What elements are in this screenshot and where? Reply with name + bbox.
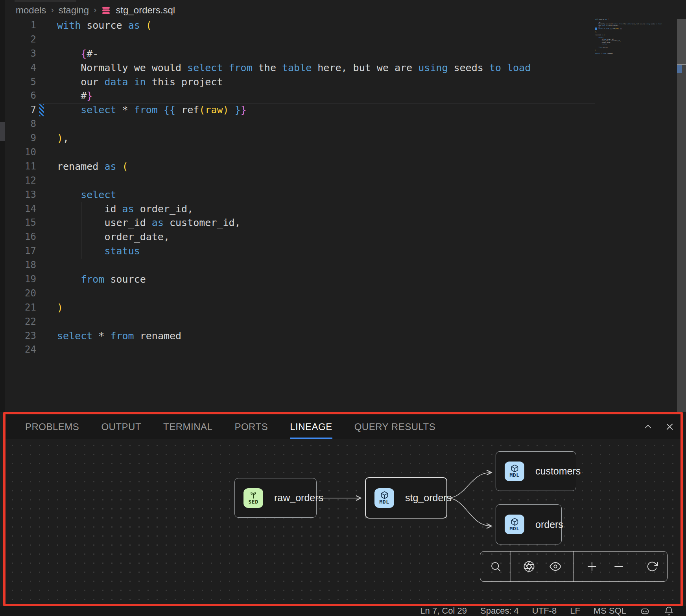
tab-terminal[interactable]: TERMINAL	[163, 414, 212, 439]
tab-ports[interactable]: PORTS	[234, 414, 268, 439]
tab-output[interactable]: OUTPUT	[101, 414, 141, 439]
code-line-21[interactable]: 21)	[5, 301, 595, 315]
line-number: 9	[5, 131, 36, 145]
minus-icon	[613, 561, 625, 572]
code-line-4[interactable]: 4 Normally we would select from the tabl…	[5, 61, 595, 75]
overview-ruler-modified-mark	[677, 65, 682, 73]
code-line-24[interactable]: 24	[5, 343, 595, 357]
node-label: orders	[535, 519, 563, 530]
editor-scrollbar[interactable]	[677, 19, 686, 412]
code-text: {#-	[57, 47, 98, 61]
tab-query-results[interactable]: QUERY RESULTS	[354, 414, 436, 439]
breadcrumb-item-models[interactable]: models	[16, 5, 46, 16]
breadcrumb[interactable]: models › staging › stg_orders.sql	[16, 3, 175, 17]
toolbar-group	[637, 552, 667, 581]
code-line-11[interactable]: 11renamed as (	[5, 160, 595, 174]
plus-icon	[586, 561, 598, 572]
code-line-23[interactable]: 23select * from renamed	[5, 329, 595, 343]
status-item[interactable]: Ln 7, Col 29	[420, 606, 467, 616]
tab-bar-sliver	[15, 0, 76, 2]
lineage-node-stg_orders[interactable]: MDLstg_orders	[365, 477, 447, 519]
aperture-button[interactable]	[520, 558, 538, 575]
minimap-modified-marker	[595, 28, 597, 30]
breadcrumb-separator-icon: ›	[94, 5, 96, 15]
eye-button[interactable]	[547, 558, 564, 575]
chevron-up-icon[interactable]	[643, 421, 653, 432]
node-label: raw_orders	[274, 492, 323, 504]
minus-button[interactable]	[610, 558, 627, 575]
code-editor[interactable]: 1with source as (23 {#-4 Normally we wou…	[5, 18, 595, 357]
seedling-icon	[249, 491, 258, 499]
code-line-16[interactable]: 16 order_date,	[5, 230, 595, 244]
code-text: ),	[57, 131, 69, 145]
node-badge: MDL	[505, 462, 524, 481]
left-edge-scroll-block	[0, 122, 5, 141]
close-icon[interactable]	[664, 421, 675, 432]
refresh-icon	[646, 561, 658, 572]
breadcrumb-item-staging[interactable]: staging	[59, 5, 89, 16]
vscode-window: models › staging › stg_orders.sql 1with …	[0, 0, 686, 616]
cube-icon	[511, 518, 519, 526]
code-line-3[interactable]: 3 {#-	[5, 47, 595, 61]
code-line-14[interactable]: 14 id as order_id,	[5, 202, 595, 216]
node-badge-label: MDL	[510, 526, 520, 531]
panel-actions	[643, 414, 675, 439]
line-number: 10	[5, 145, 36, 160]
code-line-6[interactable]: 6 #}	[5, 89, 595, 103]
code-line-7[interactable]: 7 select * from {{ ref(raw) }}	[5, 103, 595, 117]
code-text: select * from {{ ref(raw) }}	[57, 103, 247, 117]
code-line-20[interactable]: 20	[5, 287, 595, 301]
line-number: 22	[5, 315, 36, 329]
code-line-9[interactable]: 9),	[5, 131, 595, 145]
panel-tab-bar: PROBLEMSOUTPUTTERMINALPORTSLINEAGEQUERY …	[6, 414, 680, 439]
left-edge-strip	[0, 0, 5, 412]
code-line-8[interactable]: 8	[5, 117, 595, 131]
cube-icon	[511, 464, 519, 473]
tab-lineage[interactable]: LINEAGE	[290, 414, 332, 439]
scrollbar-slider[interactable]	[677, 19, 686, 64]
copilot-icon	[640, 606, 650, 616]
code-line-22[interactable]: 22	[5, 315, 595, 329]
status-item[interactable]: Spaces: 4	[480, 606, 519, 616]
lineage-node-raw_orders[interactable]: SEDraw_orders	[234, 478, 317, 518]
line-number: 12	[5, 174, 36, 188]
code-line-15[interactable]: 15 user_id as customer_id,	[5, 216, 595, 230]
status-bar: Ln 7, Col 29Spaces: 4UTF-8LFMS SQL	[0, 606, 686, 616]
code-line-10[interactable]: 10	[5, 145, 595, 160]
lineage-node-orders[interactable]: MDLorders	[496, 504, 562, 544]
copilot-icon[interactable]	[640, 606, 650, 616]
code-line-19[interactable]: 19 from source	[5, 272, 595, 287]
status-item[interactable]: LF	[570, 606, 580, 616]
plus-button[interactable]	[583, 558, 601, 575]
code-line-18[interactable]: 18	[5, 258, 595, 272]
line-number: 16	[5, 230, 36, 244]
toolbar-group	[480, 552, 511, 581]
code-line-13[interactable]: 13 select	[5, 188, 595, 202]
lineage-node-customers[interactable]: MDLcustomers	[496, 451, 576, 491]
code-line-12[interactable]: 12	[5, 174, 595, 188]
code-line-5[interactable]: 5 our data in this project	[5, 75, 595, 89]
code-text: )	[57, 301, 63, 315]
line-number: 4	[5, 61, 36, 75]
search-button[interactable]	[487, 558, 504, 575]
node-badge-label: MDL	[380, 499, 389, 505]
search-icon	[490, 561, 502, 572]
code-text: select * from renamed	[57, 329, 181, 343]
node-badge-label: MDL	[510, 472, 520, 478]
code-line-2[interactable]: 2	[5, 33, 595, 47]
code-text: user_id as customer_id,	[57, 216, 241, 230]
scrollbar-divider	[677, 64, 686, 65]
cube-icon	[380, 491, 389, 499]
status-item[interactable]: UTF-8	[532, 606, 557, 616]
modified-line-marker-icon	[39, 104, 44, 116]
bell-icon[interactable]	[664, 606, 674, 616]
node-label: stg_orders	[405, 492, 452, 504]
minimap[interactable]: with source as ( {#- Normally we would s…	[595, 19, 674, 56]
code-text: from source	[57, 272, 146, 287]
status-item[interactable]: MS SQL	[594, 606, 626, 616]
breadcrumb-file[interactable]: stg_orders.sql	[116, 5, 175, 16]
code-line-1[interactable]: 1with source as (	[5, 18, 595, 33]
refresh-button[interactable]	[644, 558, 661, 575]
tab-problems[interactable]: PROBLEMS	[25, 414, 79, 439]
code-line-17[interactable]: 17 status	[5, 244, 595, 258]
